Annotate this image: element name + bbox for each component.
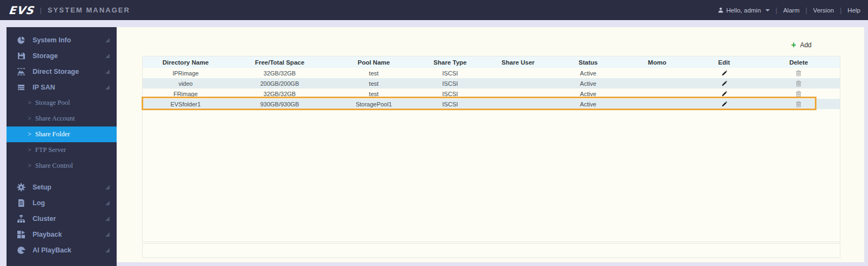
floppy-icon bbox=[17, 52, 25, 60]
sidebar-item-label: Log bbox=[33, 199, 45, 207]
sidebar-item-storage[interactable]: Storage bbox=[7, 48, 117, 64]
cell-free-total: 200GB/200GB bbox=[228, 78, 331, 88]
chevron-right-icon: > bbox=[28, 115, 31, 123]
cell-status: Active bbox=[553, 99, 624, 109]
add-button[interactable]: + Add bbox=[791, 41, 812, 49]
cell-delete bbox=[757, 99, 840, 109]
cell-momo bbox=[624, 88, 691, 99]
column-header-free-total-space: Free/Total Space bbox=[228, 56, 331, 68]
trash-icon[interactable] bbox=[795, 80, 802, 87]
collapse-triangle-icon bbox=[105, 85, 110, 90]
column-header-directory-name: Directory Name bbox=[143, 56, 228, 68]
sidebar-item-cluster[interactable]: Cluster bbox=[7, 211, 117, 226]
sidebar-item-ai-playback[interactable]: AI PlayBack bbox=[7, 242, 117, 258]
direct-storage-icon bbox=[17, 67, 25, 76]
pie-chart-icon bbox=[17, 36, 25, 45]
collapse-triangle-icon bbox=[105, 54, 110, 58]
alarm-link[interactable]: Alarm bbox=[783, 7, 800, 14]
column-header-pool-name: Pool Name bbox=[331, 56, 417, 68]
sidebar-subitem-share-folder[interactable]: >Share Folder bbox=[7, 126, 117, 142]
cell-pool: test bbox=[331, 88, 417, 99]
sidebar-item-system-info[interactable]: System Info bbox=[7, 32, 117, 48]
sidebar: System InfoStorageDirect StorageIP SAN>S… bbox=[7, 27, 117, 266]
cell-delete bbox=[757, 68, 840, 78]
sidebar-item-label: IP SAN bbox=[33, 84, 55, 91]
sidebar-item-label: Playback bbox=[33, 231, 62, 238]
pencil-icon[interactable] bbox=[721, 80, 727, 87]
chevron-right-icon: > bbox=[28, 130, 31, 138]
topbar-right: Hello, admin | Alarm | Version | Help bbox=[718, 7, 860, 14]
pencil-icon[interactable] bbox=[721, 101, 727, 107]
share-folder-table: Directory NameFree/Total SpacePool NameS… bbox=[142, 56, 840, 242]
table-row[interactable]: FRimage32GB/32GBtestISCSIActive bbox=[143, 88, 840, 99]
cell-status: Active bbox=[553, 78, 624, 88]
ai-playback-icon bbox=[17, 246, 25, 255]
cluster-icon bbox=[17, 214, 25, 223]
left-gutter bbox=[0, 20, 7, 266]
sidebar-subitem-ftp-server[interactable]: >FTP Server bbox=[7, 142, 117, 158]
content-panel: + Add Directory NameFree/Total SpacePool… bbox=[117, 27, 864, 262]
trash-icon[interactable] bbox=[795, 69, 802, 77]
collapse-triangle-icon bbox=[105, 201, 110, 205]
sidebar-item-playback[interactable]: Playback bbox=[7, 226, 117, 242]
cell-share-type: ISCSI bbox=[417, 88, 483, 99]
user-menu[interactable]: Hello, admin bbox=[718, 7, 770, 14]
chevron-right-icon: > bbox=[28, 146, 31, 154]
sidebar-item-ip-san[interactable]: IP SAN bbox=[7, 79, 117, 95]
trash-icon[interactable] bbox=[795, 100, 802, 107]
collapse-triangle-icon bbox=[105, 185, 110, 189]
evs-logo: EVS bbox=[8, 4, 35, 17]
app-title: SYSTEM MANAGER bbox=[48, 6, 130, 14]
cell-edit bbox=[691, 78, 757, 88]
pencil-icon[interactable] bbox=[721, 70, 727, 77]
gear-icon bbox=[17, 183, 25, 192]
pencil-icon[interactable] bbox=[721, 91, 727, 97]
sidebar-item-setup[interactable]: Setup bbox=[7, 179, 117, 195]
table-footer bbox=[142, 243, 840, 258]
table-row[interactable]: IPRimage32GB/32GBtestISCSIActive bbox=[143, 68, 840, 78]
cell-momo bbox=[624, 68, 691, 78]
cell-delete bbox=[757, 78, 840, 88]
sidebar-subitem-label: Storage Pool bbox=[35, 99, 70, 107]
column-header-status: Status bbox=[553, 56, 624, 68]
chevron-down-icon bbox=[765, 9, 770, 11]
trash-icon[interactable] bbox=[795, 90, 802, 97]
chevron-right-icon: > bbox=[28, 99, 31, 107]
sidebar-item-label: Storage bbox=[33, 52, 58, 60]
sidebar-item-direct-storage[interactable]: Direct Storage bbox=[7, 64, 117, 79]
cell-status: Active bbox=[553, 68, 624, 78]
cell-share-type: ISCSI bbox=[417, 99, 483, 109]
log-icon bbox=[17, 199, 25, 207]
sidebar-subitem-label: Share Folder bbox=[35, 130, 70, 138]
version-link[interactable]: Version bbox=[813, 7, 834, 14]
sidebar-item-label: Cluster bbox=[33, 215, 56, 223]
sidebar-subitem-label: Share Control bbox=[35, 162, 73, 170]
collapse-triangle-icon bbox=[105, 217, 110, 221]
topbar-divider: | bbox=[40, 7, 42, 14]
cell-edit bbox=[691, 99, 757, 109]
sidebar-subitem-storage-pool[interactable]: >Storage Pool bbox=[7, 95, 117, 111]
column-header-share-type: Share Type bbox=[417, 56, 483, 68]
add-button-label: Add bbox=[800, 41, 812, 49]
collapse-triangle-icon bbox=[105, 248, 110, 252]
cell-delete bbox=[757, 88, 840, 99]
cell-pool: test bbox=[331, 68, 417, 78]
plus-icon: + bbox=[791, 42, 796, 48]
table-row[interactable]: video200GB/200GBtestISCSIActive bbox=[143, 78, 840, 88]
sidebar-subitem-share-control[interactable]: >Share Control bbox=[7, 158, 117, 174]
cell-share-user bbox=[483, 78, 552, 88]
table-row-highlighted[interactable]: EVSfolder1930GB/930GBStoragePool1ISCSIAc… bbox=[143, 99, 840, 109]
sidebar-subitem-share-account[interactable]: >Share Account bbox=[7, 111, 117, 126]
collapse-triangle-icon bbox=[105, 38, 110, 42]
cell-share-user bbox=[483, 68, 552, 78]
cell-free-total: 32GB/32GB bbox=[228, 88, 331, 99]
cell-share-user bbox=[483, 88, 552, 99]
cell-momo bbox=[624, 78, 691, 88]
sidebar-subitem-label: FTP Server bbox=[35, 146, 66, 154]
cell-edit bbox=[691, 88, 757, 99]
cell-pool: StoragePool1 bbox=[331, 99, 417, 109]
column-header-share-user: Share User bbox=[483, 56, 552, 68]
sidebar-subitem-label: Share Account bbox=[35, 115, 75, 123]
sidebar-item-log[interactable]: Log bbox=[7, 195, 117, 211]
help-link[interactable]: Help bbox=[847, 7, 860, 14]
